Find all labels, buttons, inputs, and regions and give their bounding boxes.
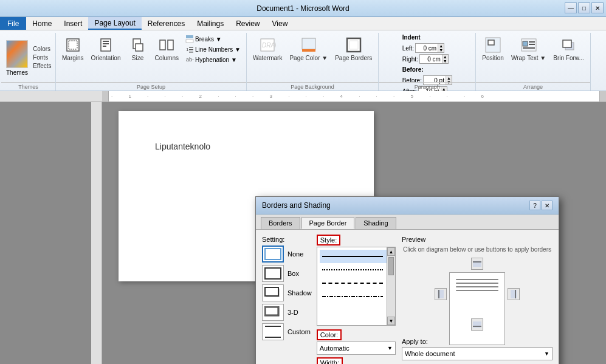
indent-left-spinbox: ▲ ▼: [415, 43, 444, 53]
indent-right-spinbtns: ▲ ▼: [442, 55, 448, 63]
svg-rect-32: [265, 249, 281, 259]
preview-description: Click on diagram below or use buttons to…: [402, 246, 553, 254]
bring-forward-button[interactable]: Brin Forw...: [551, 34, 587, 63]
minimize-button[interactable]: —: [565, 2, 577, 13]
themes-button[interactable]: Themes: [4, 34, 32, 89]
position-button[interactable]: Position: [480, 34, 506, 63]
ribbon: Themes Colors Fonts Effects Themes Margi…: [0, 30, 606, 91]
page-borders-icon: [344, 35, 363, 55]
svg-rect-27: [529, 41, 535, 43]
size-icon: [128, 35, 148, 55]
style-dash-dot-line: [322, 296, 383, 297]
setting-section: Setting: None: [262, 236, 396, 364]
setting-custom[interactable]: Custom: [262, 323, 312, 340]
svg-rect-4: [103, 43, 109, 44]
preview-line-1: [456, 279, 498, 280]
page-borders-label: Page Borders: [335, 55, 372, 61]
svg-rect-14: [189, 49, 193, 50]
svg-rect-3: [103, 41, 109, 42]
style-item-solid[interactable]: [320, 250, 393, 263]
menu-item-insert[interactable]: Insert: [58, 17, 88, 30]
menu-item-mailings[interactable]: Mailings: [191, 17, 230, 30]
svg-rect-21: [347, 38, 360, 52]
style-item-dashed[interactable]: [320, 276, 393, 290]
svg-text:1: 1: [186, 47, 189, 52]
breaks-button[interactable]: Breaks ▼: [184, 34, 243, 44]
themes-colors-button[interactable]: Colors: [32, 44, 52, 53]
tab-shading[interactable]: Shading: [356, 217, 396, 229]
indent-right-input[interactable]: [420, 56, 442, 63]
style-list-inner: [317, 247, 395, 306]
color-select[interactable]: Automatic ▼: [317, 342, 396, 355]
color-select-row: Automatic ▼: [317, 342, 396, 355]
svg-rect-26: [523, 41, 528, 46]
preview-bottom-button[interactable]: [471, 318, 483, 331]
menu-item-file[interactable]: File: [0, 17, 26, 30]
style-item-dash-dot[interactable]: [320, 290, 393, 303]
page-setup-group-label: Page Setup: [56, 82, 246, 91]
menu-item-review[interactable]: Review: [230, 17, 266, 30]
setting-shadow[interactable]: Shadow: [262, 284, 312, 301]
preview-right-button[interactable]: [508, 288, 520, 300]
style-scrollbar[interactable]: ▲ ▼: [387, 247, 395, 325]
apply-to-arrow: ▼: [544, 351, 549, 357]
indent-right-down[interactable]: ▼: [442, 59, 448, 63]
dialog-help-button[interactable]: ?: [529, 201, 540, 210]
preview-top-button[interactable]: [471, 258, 483, 270]
menu-item-view[interactable]: View: [266, 17, 294, 30]
indent-left-down[interactable]: ▼: [438, 48, 444, 52]
svg-rect-31: [563, 40, 571, 47]
setting-custom-label: Custom: [288, 328, 311, 335]
style-scroll-up[interactable]: ▲: [387, 247, 395, 256]
svg-rect-38: [265, 326, 281, 337]
watermark-button[interactable]: DRAFT Watermark: [250, 34, 285, 63]
title-bar: Document1 - Microsoft Word — □ ✕: [0, 0, 606, 17]
setting-none[interactable]: None: [262, 246, 312, 263]
orientation-button[interactable]: Orientation: [89, 34, 123, 63]
menu-item-references[interactable]: References: [142, 17, 191, 30]
page-background-group-label: Page Background: [247, 82, 378, 91]
document-content: Liputanteknolo: [119, 111, 374, 182]
style-scroll-thumb[interactable]: [388, 257, 394, 275]
wrap-text-button[interactable]: Wrap Text ▼: [509, 34, 548, 63]
apply-to-select[interactable]: Whole document ▼: [402, 347, 553, 360]
spacing-before-up[interactable]: ▲: [446, 76, 452, 80]
tab-borders[interactable]: Borders: [261, 217, 300, 229]
size-button[interactable]: Size: [126, 34, 150, 63]
menu-item-page-layout[interactable]: Page Layout: [88, 17, 141, 30]
close-window-button[interactable]: ✕: [591, 2, 604, 13]
columns-button[interactable]: Columns: [153, 34, 181, 63]
borders-shading-dialog: Borders and Shading ? ✕ Borders Page Bor…: [255, 196, 559, 364]
style-dotted-line: [322, 269, 383, 270]
themes-effects-button[interactable]: Effects: [32, 61, 52, 70]
setting-3d[interactable]: 3-D: [262, 304, 312, 321]
dialog-close-button[interactable]: ✕: [542, 201, 553, 210]
color-section: Color: Automatic ▼: [317, 331, 396, 355]
wrap-text-icon: [519, 35, 539, 55]
svg-rect-11: [186, 39, 193, 43]
menu-item-home[interactable]: Home: [26, 17, 58, 30]
style-item-dotted[interactable]: [320, 263, 393, 276]
style-scroll-down[interactable]: ▼: [387, 317, 395, 325]
setting-box[interactable]: Box: [262, 265, 312, 282]
style-row: Style:: [317, 236, 396, 244]
indent-right-up[interactable]: ▲: [442, 55, 448, 59]
tab-page-border[interactable]: Page Border: [301, 217, 355, 229]
maximize-button[interactable]: □: [578, 2, 590, 13]
ruler-strip: · 1 · · · 2 · · · 3 · · · 4 · · · 5 · · …: [0, 91, 606, 102]
watermark-label: Watermark: [253, 55, 283, 61]
hyphenation-button[interactable]: ab- Hyphenation ▼: [184, 55, 243, 64]
preview-left-button[interactable]: [435, 288, 447, 300]
indent-left-spinbtns: ▲ ▼: [438, 44, 444, 52]
indent-left-input[interactable]: [416, 45, 438, 52]
position-icon: [483, 35, 503, 55]
line-numbers-button[interactable]: 1 Line Numbers ▼: [184, 44, 243, 54]
page-borders-button[interactable]: Page Borders: [332, 34, 374, 63]
themes-label: Themes: [6, 69, 28, 76]
indent-left-up[interactable]: ▲: [438, 44, 444, 48]
themes-fonts-button[interactable]: Fonts: [32, 53, 52, 61]
margins-button[interactable]: Margins: [60, 34, 86, 63]
style-list[interactable]: ▲ ▼: [317, 247, 396, 326]
page-setup-col2: Breaks ▼ 1 Line Numbers ▼ ab- Hyphenatio…: [184, 34, 243, 64]
page-color-button[interactable]: Page Color ▼: [287, 34, 330, 63]
